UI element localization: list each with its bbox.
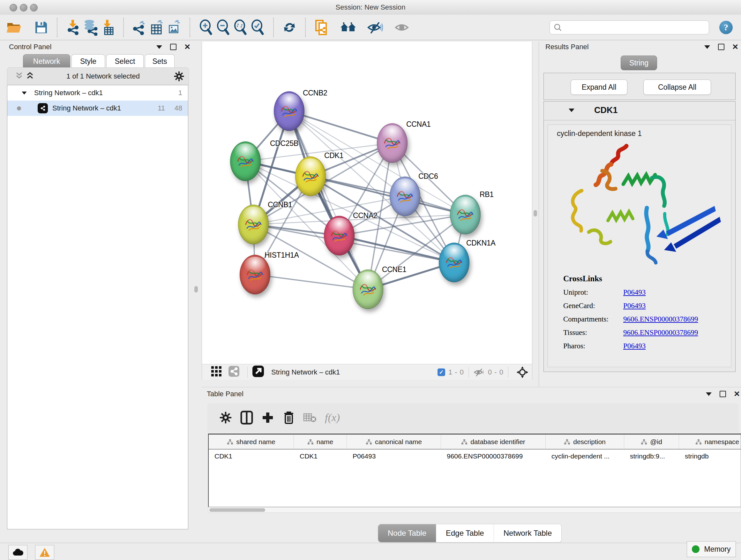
table-mode-button[interactable]: [236, 408, 257, 427]
crosslink-link[interactable]: P06493: [623, 342, 646, 350]
left-splitter-handle[interactable]: [194, 286, 198, 293]
table-panel-menu-icon[interactable]: [705, 390, 712, 397]
network-edge[interactable]: [289, 111, 368, 289]
crosslink-link[interactable]: 9606.ENSP00000378699: [623, 328, 698, 337]
table-cell[interactable]: stringdb:9...: [624, 452, 679, 460]
results-panel-menu-icon[interactable]: [704, 44, 711, 51]
table-options-button[interactable]: [215, 408, 236, 427]
network-node-ccnb1[interactable]: [238, 205, 269, 244]
search-field[interactable]: [549, 20, 709, 35]
save-session-button[interactable]: [32, 18, 50, 37]
table-cell[interactable]: CDK1: [294, 452, 347, 460]
cloud-button[interactable]: [8, 545, 27, 560]
tab-string[interactable]: String: [621, 56, 657, 70]
zoom-in-button[interactable]: [197, 18, 214, 37]
hide-selected-button[interactable]: [366, 18, 384, 37]
network-options-button[interactable]: [170, 71, 189, 82]
table-cell[interactable]: stringdb: [679, 452, 741, 460]
network-edge[interactable]: [289, 111, 392, 143]
warnings-button[interactable]: [35, 545, 54, 560]
crosslink-link[interactable]: 9606.ENSP00000378699: [623, 315, 698, 323]
network-edge[interactable]: [255, 274, 368, 289]
birdseye-view-button[interactable]: [513, 366, 532, 378]
collapse-gene-icon[interactable]: [569, 109, 575, 112]
create-column-button[interactable]: [257, 408, 278, 427]
help-button[interactable]: ?: [719, 21, 733, 34]
table-cell[interactable]: CDK1: [209, 452, 294, 460]
detach-view-button[interactable]: [252, 365, 268, 379]
import-network-file-button[interactable]: [64, 18, 82, 37]
column-header-canonical-name[interactable]: canonical name: [347, 435, 441, 449]
table-cell[interactable]: cyclin-dependent ...: [546, 452, 624, 460]
right-splitter-handle[interactable]: [534, 210, 537, 216]
tab-network-table[interactable]: Network Table: [494, 524, 562, 542]
delete-table-button[interactable]: [299, 408, 320, 427]
column-header-database-identifier[interactable]: database identifier: [441, 435, 546, 449]
import-network-database-button[interactable]: [82, 18, 99, 37]
show-all-button[interactable]: [393, 18, 410, 37]
import-table-button[interactable]: [99, 18, 116, 37]
open-session-button[interactable]: [6, 18, 23, 37]
control-panel-close-icon[interactable]: ✕: [184, 44, 191, 51]
network-node-cdkn1a[interactable]: [439, 243, 469, 282]
houses-button[interactable]: [340, 18, 357, 37]
tab-style[interactable]: Style: [71, 54, 105, 68]
zoom-selected-button[interactable]: [249, 18, 266, 37]
search-input[interactable]: [564, 23, 705, 32]
network-node-rb1[interactable]: [450, 195, 481, 234]
network-list-item[interactable]: String Network – cdk14811: [7, 101, 188, 116]
network-node-ccne1[interactable]: [353, 269, 383, 309]
results-panel-float-icon[interactable]: [718, 44, 725, 51]
export-image-button[interactable]: [165, 18, 183, 37]
tab-node-table[interactable]: Node Table: [378, 524, 436, 542]
zoom-fit-button[interactable]: [232, 18, 249, 37]
table-cell[interactable]: 9606.ENSP00000378699: [441, 452, 546, 460]
clone-network-button[interactable]: [313, 18, 330, 37]
network-list-item[interactable]: String Network – cdk11: [7, 85, 188, 101]
network-node-ccnb2[interactable]: [274, 91, 305, 131]
export-table-button[interactable]: [148, 18, 165, 37]
table-cell[interactable]: P06493: [347, 452, 441, 460]
control-panel-float-icon[interactable]: [170, 44, 177, 51]
tab-network[interactable]: Network: [23, 54, 70, 68]
crosslink-link[interactable]: P06493: [623, 302, 646, 310]
network-node-cdk1[interactable]: [295, 157, 326, 196]
expand-all-button[interactable]: Expand All: [570, 79, 627, 95]
column-header--id[interactable]: @id: [624, 435, 679, 449]
network-node-hist1h1a[interactable]: [240, 255, 270, 294]
tab-select[interactable]: Select: [106, 54, 144, 68]
network-node-ccna1[interactable]: [377, 123, 408, 163]
view-share-button[interactable]: [228, 366, 243, 379]
collapse-networks-button[interactable]: [26, 71, 37, 81]
function-builder-button[interactable]: f(x): [325, 412, 340, 424]
memory-button[interactable]: Memory: [687, 541, 736, 557]
export-network-button[interactable]: [131, 18, 148, 37]
control-panel-menu-icon[interactable]: [156, 44, 163, 51]
table-row[interactable]: CDK1CDK1P064939606.ENSP00000378699cyclin…: [209, 449, 741, 463]
view-grid-button[interactable]: [211, 366, 228, 379]
apply-layout-button[interactable]: [281, 18, 298, 37]
table-horizontal-scrollbar[interactable]: [208, 507, 741, 513]
tab-edge-table[interactable]: Edge Table: [436, 524, 494, 542]
gene-result-header[interactable]: CDK1: [544, 102, 735, 120]
tab-sets[interactable]: Sets: [145, 54, 175, 68]
column-header-shared-name[interactable]: shared name: [209, 435, 294, 449]
collapse-collection-icon[interactable]: [22, 91, 26, 94]
delete-column-button[interactable]: [278, 408, 299, 427]
network-node-cdc25b[interactable]: [230, 141, 261, 181]
expand-networks-button[interactable]: [15, 71, 26, 81]
results-panel-close-icon[interactable]: ✕: [732, 44, 739, 51]
collapse-all-button[interactable]: Collapse All: [643, 79, 711, 95]
zoom-out-button[interactable]: [214, 18, 232, 37]
network-node-cdc6[interactable]: [390, 177, 420, 216]
crosslink-link[interactable]: P06493: [623, 288, 646, 297]
column-header-namespace[interactable]: namespace: [679, 435, 741, 449]
scrollbar-thumb[interactable]: [209, 508, 265, 512]
selected-checkbox-icon[interactable]: ✓: [437, 368, 445, 376]
network-canvas[interactable]: CCNB2CCNA1CDC25BCDK1CDC6RB1CCNB1CCNA2CDK…: [202, 42, 532, 364]
column-header-description[interactable]: description: [546, 435, 624, 449]
column-header-name[interactable]: name: [294, 435, 347, 449]
network-node-ccna2[interactable]: [324, 216, 354, 255]
table-panel-float-icon[interactable]: [719, 390, 726, 397]
table-panel-splitter[interactable]: [202, 380, 539, 387]
